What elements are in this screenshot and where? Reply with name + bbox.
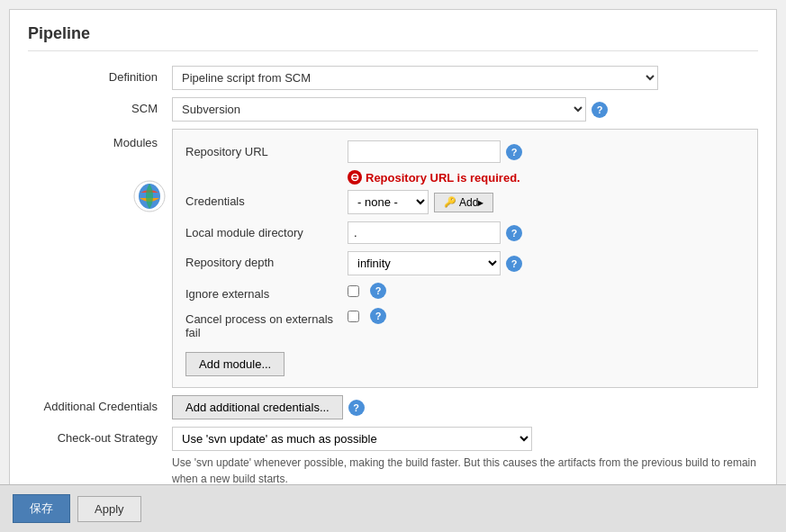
checkout-strategy-label: Check-out Strategy <box>28 427 172 445</box>
repo-depth-row: Repository depth infinity empty files im… <box>185 251 745 275</box>
additional-credentials-label: Additional Credentials <box>28 395 172 413</box>
repo-url-row: Repository URL ? <box>185 140 745 163</box>
repo-url-control: ? <box>348 140 745 163</box>
modules-row: Modules Repository URL ? ⊖ Repository UR… <box>28 129 758 388</box>
credentials-add-button[interactable]: 🔑 Add▸ <box>434 193 493 212</box>
page-title: Pipeline <box>28 24 758 51</box>
modules-panel: Repository URL ? ⊖ Repository URL is req… <box>172 129 758 388</box>
ignore-externals-checkbox-row: ? <box>348 283 386 299</box>
ignore-externals-control: ? <box>348 283 745 299</box>
add-additional-credentials-button[interactable]: Add additional credentials... <box>172 395 343 419</box>
credentials-control: - none - 🔑 Add▸ <box>348 190 745 214</box>
repo-url-help-icon[interactable]: ? <box>506 144 522 160</box>
definition-label: Definition <box>28 66 172 84</box>
cancel-process-checkbox-row: ? <box>348 308 386 324</box>
definition-row: Definition Pipeline script from SCM Pipe… <box>28 66 758 90</box>
scm-select[interactable]: Subversion Git None <box>172 97 586 122</box>
scm-row: SCM Subversion Git None ? <box>28 97 758 122</box>
repo-depth-help-icon[interactable]: ? <box>506 256 522 272</box>
checkout-strategy-description: Use 'svn update' whenever possible, maki… <box>172 455 758 487</box>
definition-control: Pipeline script from SCM Pipeline script <box>172 66 758 90</box>
page-wrapper: Pipeline Definition Pipeline script from… <box>0 9 786 532</box>
repo-depth-control: infinity empty files immediates ? <box>348 251 745 275</box>
apply-button[interactable]: Apply <box>77 496 141 522</box>
additional-credentials-control: Add additional credentials... ? <box>172 395 758 419</box>
credentials-row: Credentials - none - 🔑 Add▸ <box>185 190 745 214</box>
checkout-strategy-select[interactable]: Use 'svn update' as much as possible Alw… <box>172 427 532 451</box>
cancel-process-row: Cancel process on externals fail ? <box>185 308 745 339</box>
bottom-bar: 保存 Apply <box>0 484 786 532</box>
add-icon: 🔑 <box>444 196 456 208</box>
repo-depth-label: Repository depth <box>185 251 348 269</box>
jenkins-logo <box>133 180 166 212</box>
additional-credentials-help-icon[interactable]: ? <box>348 400 365 416</box>
save-button[interactable]: 保存 <box>13 494 70 523</box>
credentials-label: Credentials <box>185 190 348 208</box>
modules-label: Modules <box>28 129 172 149</box>
ignore-externals-checkbox[interactable] <box>348 285 359 297</box>
additional-credentials-row: Additional Credentials Add additional cr… <box>28 395 758 419</box>
repo-depth-select[interactable]: infinity empty files immediates <box>348 251 501 275</box>
repo-url-error: ⊖ Repository URL is required. <box>348 170 745 185</box>
definition-select[interactable]: Pipeline script from SCM Pipeline script <box>172 66 658 90</box>
local-dir-help-icon[interactable]: ? <box>506 225 522 241</box>
local-dir-input[interactable] <box>348 221 501 244</box>
cancel-process-control: ? <box>348 308 745 324</box>
ignore-externals-help-icon[interactable]: ? <box>370 283 386 299</box>
scm-label: SCM <box>28 97 172 115</box>
cancel-process-checkbox[interactable] <box>348 311 359 322</box>
checkout-strategy-row: Check-out Strategy Use 'svn update' as m… <box>28 427 758 487</box>
scm-help-icon[interactable]: ? <box>592 102 608 118</box>
pipeline-panel: Pipeline Definition Pipeline script from… <box>9 9 777 532</box>
logo-area <box>133 180 166 215</box>
repo-url-input[interactable] <box>348 140 501 163</box>
add-btn-label: Add▸ <box>459 196 483 209</box>
add-module-button[interactable]: Add module... <box>185 352 285 376</box>
credentials-inner: - none - 🔑 Add▸ <box>348 190 493 214</box>
ignore-externals-label: Ignore externals <box>185 283 348 301</box>
error-icon: ⊖ <box>348 170 362 185</box>
local-dir-label: Local module directory <box>185 221 348 239</box>
cancel-process-label: Cancel process on externals fail <box>185 308 348 339</box>
cancel-process-help-icon[interactable]: ? <box>370 308 386 324</box>
ignore-externals-row: Ignore externals ? <box>185 283 745 301</box>
checkout-strategy-control: Use 'svn update' as much as possible Alw… <box>172 427 758 487</box>
credentials-select[interactable]: - none - <box>348 190 429 214</box>
scm-control: Subversion Git None ? <box>172 97 758 122</box>
local-dir-control: ? <box>348 221 745 244</box>
error-text: Repository URL is required. <box>366 171 520 185</box>
repo-url-label: Repository URL <box>185 140 348 158</box>
local-dir-row: Local module directory ? <box>185 221 745 244</box>
